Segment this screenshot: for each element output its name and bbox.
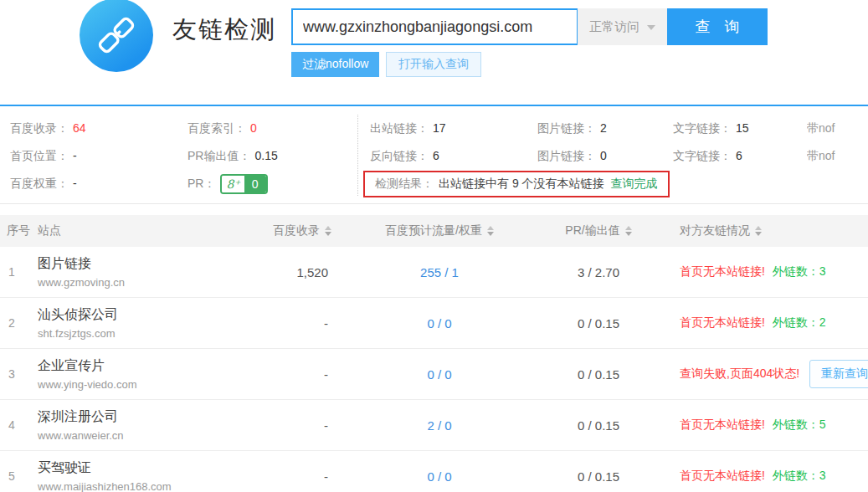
detection-result-row: 检测结果：出站链接中有 9 个没有本站链接 查询完成	[370, 171, 868, 197]
row-seq: 3	[0, 367, 38, 381]
detection-result-alert-box: 检测结果：出站链接中有 9 个没有本站链接 查询完成	[363, 171, 670, 197]
table-header: 序号 站点 百度收录 百度预计流量/权重 PR/输出值 对方友链情况	[0, 215, 868, 247]
status-warning-text: 首页无本站链接!	[680, 315, 765, 329]
column-header-traffic-weight[interactable]: 百度预计流量/权重	[343, 223, 536, 238]
pr-output-value: 0 / 0.15	[536, 469, 661, 484]
access-mode-select[interactable]: 正常访问	[578, 8, 667, 45]
site-name-link[interactable]: 汕头侦探公司	[38, 306, 251, 324]
column-header-baidu-included[interactable]: 百度收录	[251, 223, 343, 238]
pr-output-value: 0 / 0.15	[536, 367, 661, 382]
row-seq: 1	[0, 265, 38, 279]
site-cell: 汕头侦探公司 sht.fzsjztgs.com	[38, 306, 251, 340]
column-header-site: 站点	[38, 223, 251, 238]
site-name-link[interactable]: 买驾驶证	[38, 459, 251, 477]
stat-text-links-back: 文字链接：6	[673, 149, 807, 164]
link-status-cell: 首页无本站链接! 外链数：3	[661, 264, 868, 279]
stat-baidu-index: 百度索引：0	[187, 121, 357, 136]
baidu-included-value: -	[251, 367, 343, 382]
status-warning-text: 首页无本站链接!	[680, 469, 765, 482]
row-seq: 5	[0, 469, 38, 483]
traffic-weight-link[interactable]: 255 / 1	[343, 265, 536, 279]
table-body: 1 图片链接 www.gzmoving.cn 1,520 255 / 1 3 /…	[0, 247, 868, 492]
column-header-pr-output[interactable]: PR/输出值	[536, 223, 661, 238]
row-seq: 4	[0, 418, 38, 432]
stat-outbound-links: 出站链接：17	[370, 121, 537, 136]
baidu-included-value: 1,520	[251, 265, 343, 279]
pagerank-badge: 8⁺0	[220, 174, 267, 194]
query-complete-link[interactable]: 查询完成	[610, 177, 657, 190]
traffic-weight-link[interactable]: 0 / 0	[343, 469, 536, 484]
stat-text-links-out: 文字链接：15	[673, 121, 807, 136]
status-warning-text: 查询失败,页面404状态!	[680, 366, 799, 380]
query-button[interactable]: 查 询	[667, 8, 768, 45]
access-mode-label: 正常访问	[589, 19, 639, 35]
url-input[interactable]	[291, 8, 578, 45]
pr-output-value: 0 / 0.15	[536, 316, 661, 331]
site-domain: sht.fzsjztgs.com	[38, 327, 251, 340]
site-cell: 深圳注册公司 www.wanweier.cn	[38, 408, 251, 442]
table-row: 2 汕头侦探公司 sht.fzsjztgs.com - 0 / 0 0 / 0.…	[0, 298, 868, 349]
baidu-included-value: -	[251, 418, 343, 433]
site-cell: 图片链接 www.gzmoving.cn	[38, 255, 251, 289]
chain-link-logo-icon	[80, 0, 153, 72]
site-cell: 买驾驶证 www.maijiashizhen168.com	[38, 459, 251, 492]
row-seq: 2	[0, 316, 38, 330]
site-domain: www.ying-viedo.com	[38, 378, 251, 391]
stat-backlinks: 反向链接：6	[370, 149, 537, 164]
stat-nofollow-back-truncated: 带nof	[807, 149, 868, 164]
stat-image-links-back: 图片链接：0	[537, 149, 673, 164]
page-title: 友链检测	[172, 13, 276, 47]
link-status-cell: 首页无本站链接! 外链数：5	[661, 418, 868, 433]
sort-icon[interactable]	[325, 226, 331, 236]
stat-image-links-out: 图片链接：2	[537, 121, 673, 136]
outlink-count-text: 外链数：3	[773, 469, 826, 482]
link-status-cell: 查询失败,页面404状态! 重新查询	[661, 360, 868, 388]
link-status-cell: 首页无本站链接! 外链数：3	[661, 469, 868, 484]
pr-output-value: 0 / 0.15	[536, 418, 661, 433]
filter-nofollow-button[interactable]: 过滤nofollow	[291, 52, 379, 77]
site-domain: www.wanweier.cn	[38, 429, 251, 442]
traffic-weight-link[interactable]: 0 / 0	[343, 316, 536, 331]
pr-output-value: 3 / 2.70	[536, 265, 661, 279]
site-name-link[interactable]: 图片链接	[38, 255, 251, 273]
requery-button[interactable]: 重新查询	[809, 360, 868, 388]
stat-home-position: 首页位置：-	[10, 149, 187, 164]
table-row: 4 深圳注册公司 www.wanweier.cn - 2 / 0 0 / 0.1…	[0, 400, 868, 451]
stat-baidu-included: 百度收录：64	[10, 121, 187, 136]
table-row: 5 买驾驶证 www.maijiashizhen168.com - 0 / 0 …	[0, 451, 868, 492]
sort-icon[interactable]	[487, 226, 494, 236]
chevron-down-icon	[647, 25, 655, 34]
traffic-weight-link[interactable]: 0 / 0	[343, 367, 536, 382]
stats-right-group: 出站链接：17 图片链接：2 文字链接：15 带nof 反向链接：6 图片链接：…	[358, 115, 868, 196]
site-name-link[interactable]: 企业宣传片	[38, 357, 251, 375]
column-header-link-status[interactable]: 对方友链情况	[661, 223, 868, 238]
stat-pr-output: PR输出值：0.15	[187, 149, 357, 164]
stat-pagerank: PR：8⁺0	[187, 174, 357, 194]
outlink-count-text: 外链数：5	[773, 418, 826, 431]
site-domain: www.maijiashizhen168.com	[38, 480, 251, 492]
outlink-count-text: 外链数：2	[773, 315, 826, 329]
link-status-cell: 首页无本站链接! 外链数：2	[661, 315, 868, 331]
baidu-included-value: -	[251, 316, 343, 331]
stat-nofollow-out-truncated: 带nof	[807, 121, 868, 136]
stat-baidu-weight: 百度权重：-	[10, 177, 187, 192]
sort-icon[interactable]	[625, 226, 632, 236]
open-input-query-button[interactable]: 打开输入查询	[386, 52, 481, 77]
baidu-included-value: -	[251, 469, 343, 484]
site-name-link[interactable]: 深圳注册公司	[38, 408, 251, 426]
site-cell: 企业宣传片 www.ying-viedo.com	[38, 357, 251, 391]
column-header-seq: 序号	[0, 223, 38, 238]
page-header: 友链检测 正常访问 查 询 过滤nofollow 打开输入查询	[0, 0, 868, 105]
table-row: 3 企业宣传片 www.ying-viedo.com - 0 / 0 0 / 0…	[0, 349, 868, 400]
traffic-weight-link[interactable]: 2 / 0	[343, 418, 536, 433]
stats-panel: 百度收录：64 百度索引：0 首页位置：- PR输出值：0.15 百度权重：- …	[0, 105, 868, 204]
status-warning-text: 首页无本站链接!	[680, 418, 765, 431]
sort-icon[interactable]	[755, 226, 762, 236]
table-row: 1 图片链接 www.gzmoving.cn 1,520 255 / 1 3 /…	[0, 247, 868, 298]
status-warning-text: 首页无本站链接!	[680, 264, 765, 278]
google-pr-icon: 8⁺	[222, 176, 244, 192]
outlink-count-text: 外链数：3	[773, 264, 826, 278]
site-domain: www.gzmoving.cn	[38, 276, 251, 289]
stats-left-group: 百度收录：64 百度索引：0 首页位置：- PR输出值：0.15 百度权重：- …	[0, 115, 358, 196]
